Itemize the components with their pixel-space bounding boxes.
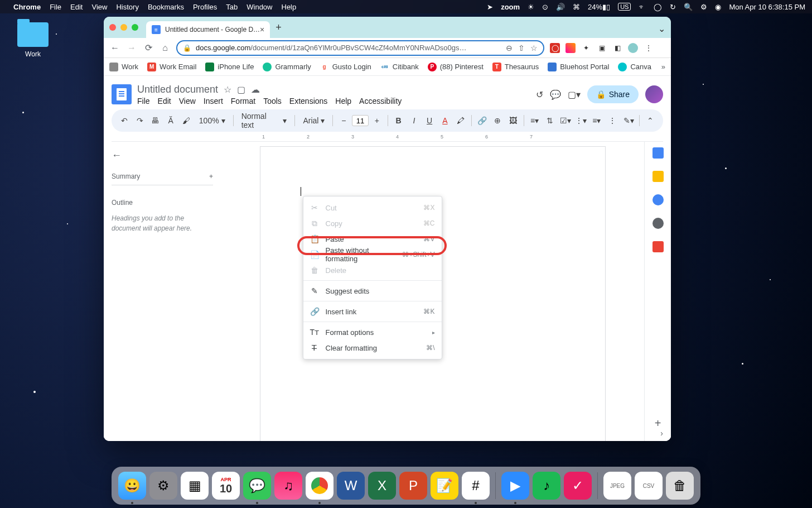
status-bluetooth-icon[interactable]: ⌘	[573, 3, 580, 11]
document-title[interactable]: Untitled document	[137, 84, 218, 95]
increase-font-button[interactable]: +	[370, 113, 384, 128]
dock-word[interactable]: W	[337, 472, 365, 500]
bookmark-thesaurus[interactable]: TThesaurus	[492, 63, 539, 71]
move-document-icon[interactable]: ▢	[237, 84, 245, 95]
status-todoist-icon[interactable]: ➤	[487, 3, 493, 11]
numbered-list-button[interactable]: ≡▾	[589, 113, 604, 128]
redo-button[interactable]: ↷	[133, 113, 147, 128]
dock-slack[interactable]: #	[462, 472, 490, 500]
ext-adblock-icon[interactable]: ◯	[550, 43, 560, 53]
paint-format-button[interactable]: 🖌	[179, 113, 194, 128]
outline-back-button[interactable]: ←	[112, 150, 213, 161]
bookmarks-overflow[interactable]: »	[661, 63, 665, 71]
calendar-icon[interactable]	[652, 147, 664, 159]
more-options-button[interactable]: ⋮	[605, 113, 620, 128]
zoom-select[interactable]: 100% ▾	[195, 116, 230, 125]
bold-button[interactable]: B	[392, 113, 406, 128]
ctx-paste[interactable]: 📋Paste⌘V	[303, 231, 442, 247]
star-document-icon[interactable]: ☆	[224, 84, 231, 95]
dock-launchpad[interactable]: ▦	[181, 472, 209, 500]
docs-menu-insert[interactable]: Insert	[204, 97, 223, 106]
dock-settings[interactable]: ⚙	[149, 472, 177, 500]
ext-instagram-icon[interactable]	[566, 43, 576, 53]
dock-file-jpeg[interactable]: JPEG	[603, 472, 631, 500]
docs-logo-icon[interactable]	[112, 84, 132, 104]
sidepanel-icon[interactable]: ◧	[612, 43, 622, 53]
reload-button[interactable]: ⟳	[143, 42, 154, 53]
close-tab-icon[interactable]: ×	[260, 25, 264, 34]
menu-help[interactable]: Help	[282, 3, 297, 11]
menu-bookmarks[interactable]: Bookmarks	[148, 3, 184, 11]
italic-button[interactable]: I	[407, 113, 421, 128]
bookmark-pinterest[interactable]: P(88) Pinterest	[428, 63, 484, 71]
bookmark-citibank[interactable]: citiCitibank	[380, 63, 419, 71]
new-tab-button[interactable]: +	[276, 22, 282, 33]
docs-menu-format[interactable]: Format	[231, 97, 255, 106]
dock-music[interactable]: ♫	[274, 472, 302, 500]
ctx-cut[interactable]: ✂Cut⌘X	[303, 200, 442, 215]
bookmark-star-icon[interactable]: ☆	[530, 44, 538, 52]
dock-powerpoint[interactable]: P	[399, 472, 427, 500]
dock-calendar[interactable]: APR10	[212, 472, 240, 500]
status-datetime[interactable]: Mon Apr 10 6:38:15 PM	[729, 3, 805, 11]
address-bar[interactable]: 🔒 docs.google.com/document/d/1zaQn6YlMr0…	[176, 40, 544, 56]
contacts-icon[interactable]	[652, 218, 664, 229]
status-control-center-icon[interactable]: ⚙	[700, 3, 707, 11]
insert-link-button[interactable]: 🔗	[475, 113, 490, 128]
status-spotlight-icon[interactable]: 🔍	[684, 3, 693, 11]
docs-menu-help[interactable]: Help	[335, 97, 351, 106]
dock-zoom[interactable]: ▶	[501, 472, 529, 500]
add-summary-button[interactable]: +	[209, 172, 213, 180]
ctx-clear-formatting[interactable]: T̶Clear formatting⌘\	[303, 340, 442, 356]
menu-profiles[interactable]: Profiles	[193, 3, 217, 11]
history-icon[interactable]: ↺	[536, 89, 543, 100]
docs-menu-extensions[interactable]: Extensions	[289, 97, 327, 106]
insert-image-button[interactable]: 🖼	[506, 113, 520, 128]
bookmark-iphone-life[interactable]: iPhone Life	[205, 63, 254, 71]
checklist-button[interactable]: ☑▾	[558, 113, 573, 128]
status-zoom[interactable]: zoom	[501, 3, 520, 11]
ctx-suggest-edits[interactable]: ✎Suggest edits	[303, 283, 442, 299]
decrease-font-button[interactable]: −	[336, 113, 351, 128]
align-button[interactable]: ≡▾	[528, 113, 542, 128]
status-siri-icon[interactable]: ◉	[715, 3, 721, 11]
dock-spotify[interactable]: ♪	[533, 472, 560, 500]
dock-notes[interactable]: 📝	[431, 472, 458, 500]
status-volume-icon[interactable]: 🔊	[556, 3, 565, 11]
back-button[interactable]: ←	[109, 43, 120, 53]
docs-menu-file[interactable]: File	[137, 97, 150, 106]
keep-icon[interactable]	[652, 171, 664, 182]
menu-tab[interactable]: Tab	[226, 3, 238, 11]
spellcheck-button[interactable]: Ă	[163, 113, 178, 128]
print-button[interactable]: 🖶	[148, 113, 163, 128]
ctx-copy[interactable]: ⧉Copy⌘C	[303, 215, 442, 231]
bookmark-grammarly[interactable]: Grammarly	[263, 63, 311, 71]
text-color-button[interactable]: A	[438, 113, 452, 128]
share-button[interactable]: 🔒 Share	[587, 85, 639, 103]
menu-edit[interactable]: Edit	[70, 3, 83, 11]
menu-view[interactable]: View	[91, 3, 107, 11]
cast-icon[interactable]: ▣	[597, 43, 607, 53]
home-button[interactable]: ⌂	[160, 43, 171, 53]
underline-button[interactable]: U	[422, 113, 437, 128]
ctx-paste-without-formatting[interactable]: 📄Paste without formatting⌘+Shift+V	[303, 247, 442, 262]
docs-menu-accessibility[interactable]: Accessibility	[359, 97, 402, 106]
font-select[interactable]: Arial ▾	[298, 116, 329, 125]
dock-finder[interactable]: 😀	[118, 472, 146, 500]
ctx-format-options[interactable]: TᴛFormat options▸	[303, 324, 442, 340]
dock-chrome[interactable]	[306, 472, 334, 500]
status-timemachine-icon[interactable]: ↻	[670, 3, 676, 11]
share-url-icon[interactable]: ⇧	[518, 44, 525, 52]
dock-messages[interactable]: 💬	[243, 472, 271, 500]
status-play-icon[interactable]: ⊙	[542, 3, 548, 11]
bookmark-canva[interactable]: Canva	[618, 63, 651, 71]
maps-icon[interactable]	[652, 241, 664, 252]
line-spacing-button[interactable]: ⇅	[543, 113, 558, 128]
bookmark-work-email[interactable]: MWork Email	[147, 63, 196, 71]
insert-comment-button[interactable]: ⊕	[490, 113, 505, 128]
close-window-button[interactable]	[109, 24, 116, 31]
undo-button[interactable]: ↶	[117, 113, 132, 128]
status-user-icon[interactable]: ◯	[654, 3, 662, 11]
explore-button[interactable]: ›	[660, 429, 663, 438]
bookmark-bluehost[interactable]: Bluehost Portal	[548, 63, 609, 71]
